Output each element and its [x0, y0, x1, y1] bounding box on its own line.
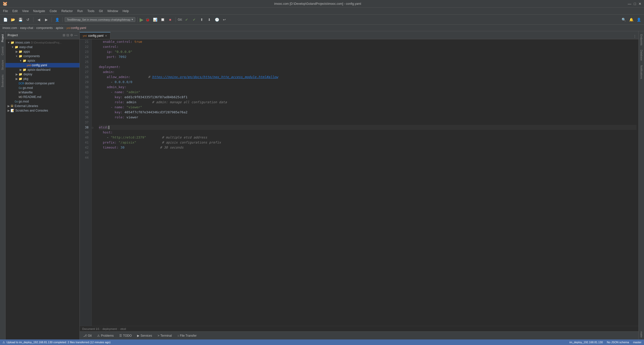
sidebar-item-deploy[interactable]: ▶ 📁 deploy	[6, 72, 79, 77]
code-token-str: "0.0.0.0"	[115, 49, 132, 54]
info-schema[interactable]: No JSON schema	[607, 341, 629, 344]
toolbar-back-button[interactable]: ◀	[35, 16, 42, 23]
commit-tab[interactable]: Commit	[1, 45, 5, 57]
breadcrumb-deployment[interactable]: deployment:	[102, 327, 117, 330]
menu-tools[interactable]: Tools	[85, 9, 96, 13]
info-bar: ⚠ Upload to im_deploy_192.168.81.130 com…	[0, 339, 644, 345]
sidebar-item-docker-compose[interactable]: DCR docker-compose.yaml	[6, 81, 79, 86]
sidebar-item-config-yaml[interactable]: yml config.yaml	[6, 63, 79, 67]
toolbar-profile-icon-button[interactable]: 👤	[635, 16, 642, 23]
sidebar-item-makefile[interactable]: M Makefile	[6, 90, 79, 95]
sidebar-item-external-libs[interactable]: ▶ 🏛 External Libraries	[6, 104, 79, 108]
bottom-tab-problems[interactable]: ⚠ Problems	[95, 333, 116, 338]
branch-selector[interactable]: TestBitmap_Set in imooc.com/easy-chat/pk…	[65, 17, 135, 22]
tree-arrow-imooc: ▾	[7, 41, 11, 44]
info-branch[interactable]: master	[633, 341, 641, 344]
right-tab-endpoints[interactable]: Endpoints	[639, 32, 643, 47]
run-button[interactable]: ▶	[140, 17, 143, 23]
sidebar-item-go-mod[interactable]: Go go.mod	[6, 86, 79, 90]
bottom-tab-filetransfer[interactable]: ↕ File Transfer	[175, 333, 199, 338]
code-token-str: "/apisix"	[118, 140, 136, 145]
linenum-33: 33	[82, 100, 90, 105]
toolbar-open-button[interactable]: 📂	[10, 16, 16, 23]
menu-refactor[interactable]: Refactor	[59, 9, 75, 13]
breadcrumb-etcd[interactable]: etcd:	[120, 327, 127, 330]
right-tab-database[interactable]: Database	[639, 48, 643, 63]
menu-help[interactable]: Help	[120, 9, 131, 13]
toolbar-forward-button[interactable]: ▶	[43, 16, 50, 23]
toolbar-coverage-button[interactable]: 🔲	[159, 16, 166, 23]
menu-run[interactable]: Run	[75, 9, 85, 13]
info-deploy[interactable]: im_deploy_192.168.81.130	[570, 341, 603, 344]
breadcrumb-config[interactable]: ymlconfig.yaml	[66, 26, 86, 30]
git-history-button[interactable]: 🕐	[214, 16, 220, 23]
sidebar-item-easy-chat[interactable]: ▾ 📁 easy-chat	[6, 45, 79, 49]
sidebar-item-readme[interactable]: MD README.md	[6, 95, 79, 99]
menu-edit[interactable]: Edit	[10, 9, 20, 13]
menu-view[interactable]: View	[20, 9, 31, 13]
git-pull-button[interactable]: ⬆	[198, 16, 205, 23]
sidebar-item-scratches[interactable]: ▶ 📝 Scratches and Consoles	[6, 108, 79, 113]
toolbar-save-button[interactable]: 💾	[17, 16, 24, 23]
breadcrumb-apisix[interactable]: apisix	[56, 26, 63, 30]
sidebar-item-apisix-dashboard[interactable]: ▶ 📁 apisix-dashboard	[6, 67, 79, 72]
tab-close-button[interactable]: ✕	[105, 34, 107, 38]
sidebar-settings-icon[interactable]: ⚙	[70, 33, 73, 37]
project-tab[interactable]: Project	[1, 32, 5, 44]
git-commit-button[interactable]: ✔	[183, 16, 190, 23]
bottom-tab-terminal[interactable]: > Terminal	[155, 333, 174, 338]
breadcrumb-imooc[interactable]: imooc.com	[3, 26, 17, 30]
tab-more-button[interactable]: ⋮	[631, 33, 638, 39]
sidebar-collapse-icon[interactable]: ⊞	[63, 33, 65, 37]
sidebar-expand-icon[interactable]: ⊟	[66, 33, 69, 37]
git-update-button[interactable]: ⬇	[206, 16, 213, 23]
terminal-tab-label: Terminal	[160, 334, 172, 337]
toolbar-debug-button[interactable]: 🐞	[144, 16, 151, 23]
gutter-29	[92, 80, 97, 85]
bottom-tab-git[interactable]: ⎇ Git	[81, 333, 94, 338]
sidebar-item-go-mod-root[interactable]: Go go.mod	[6, 99, 79, 104]
code-line-27: admin:	[99, 70, 636, 75]
sidebar-item-apps[interactable]: ▶ 📁 apps	[6, 49, 79, 54]
tab-config-yaml[interactable]: yml config.yaml ✕	[80, 32, 110, 39]
menu-code[interactable]: Code	[48, 9, 59, 13]
bottom-tab-services[interactable]: ▶ Services	[135, 333, 154, 338]
gutter-28	[92, 75, 97, 80]
code-token: allow_admin:	[99, 75, 148, 80]
sidebar-item-apisix[interactable]: ▾ 📁 apisix	[6, 58, 79, 63]
gutter-43	[92, 150, 97, 155]
editor-area: yml config.yaml ✕ ⋮ 21 22 23 24 25 26 27…	[80, 31, 638, 339]
sidebar-item-pkg[interactable]: ▶ 📁 pkg	[6, 77, 79, 81]
toolbar-notifications-button[interactable]: 🔔	[628, 16, 634, 23]
toolbar-profile-button[interactable]: 📊	[152, 16, 158, 23]
minimize-button[interactable]: —	[628, 2, 631, 6]
menu-file[interactable]: File	[1, 9, 10, 13]
breadcrumb-easy-chat[interactable]: easy-chat	[20, 26, 33, 30]
git-label: Git:	[178, 18, 183, 21]
right-tab-make[interactable]: make	[639, 329, 643, 339]
toolbar-new-button[interactable]: 📄	[2, 16, 9, 23]
bookmarks-tab[interactable]: Bookmarks	[1, 73, 5, 89]
right-tab-notifications[interactable]: Notifications	[639, 63, 643, 81]
breadcrumb-components[interactable]: components	[36, 26, 53, 30]
sidebar-item-imooc-root[interactable]: ▾ 📁 imooc.com D:\Develop\GolandProj...	[6, 40, 79, 45]
code-link[interactable]: https://nginx.org/en/docs/http/ngx_http_…	[152, 75, 278, 79]
menu-git[interactable]: Git	[97, 9, 105, 13]
sidebar-item-components[interactable]: ▾ 📁 components	[6, 54, 79, 58]
toolbar-search-button[interactable]: 🔍	[620, 16, 627, 23]
code-token: deployment:	[99, 64, 120, 70]
toolbar-refresh-button[interactable]: ↺	[25, 16, 31, 23]
maximize-button[interactable]: □	[634, 2, 636, 6]
structure-tab[interactable]: Structure	[1, 58, 5, 72]
code-lines[interactable]: enable_control: true control: ip: "0.0.0…	[97, 39, 638, 326]
bottom-tab-todo[interactable]: ☰ TODO	[117, 333, 134, 338]
git-push-button[interactable]: ✔	[191, 16, 197, 23]
git-revert-button[interactable]: ↩	[221, 16, 228, 23]
sidebar-close-icon[interactable]: —	[74, 33, 77, 37]
toolbar-stop-button[interactable]: ■	[167, 16, 174, 23]
menu-navigate[interactable]: Navigate	[31, 9, 47, 13]
close-button[interactable]: ✕	[638, 2, 641, 6]
toolbar-user-button[interactable]: 👤	[54, 16, 60, 23]
code-editor[interactable]: 21 22 23 24 25 26 27 28 29 30 31 32 33 3…	[80, 39, 638, 326]
menu-window[interactable]: Window	[105, 9, 120, 13]
